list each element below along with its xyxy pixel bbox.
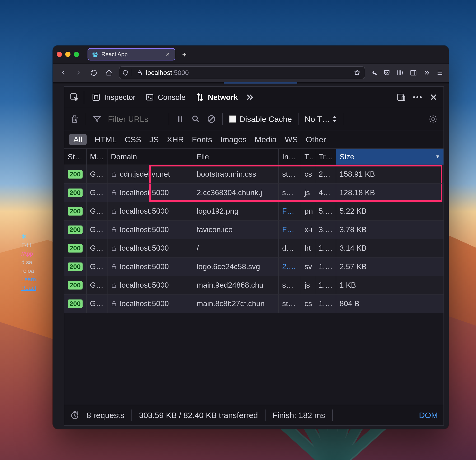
cell-domain: localhost:5000 xyxy=(108,239,193,257)
close-devtools-icon[interactable] xyxy=(429,92,438,102)
cell-method: G… xyxy=(87,295,108,313)
filter-css[interactable]: CSS xyxy=(125,135,141,144)
svg-rect-4 xyxy=(138,73,141,75)
table-row[interactable]: 200G…localhost:5000favicon.icoF…x-i3.…3.… xyxy=(64,221,443,239)
cell-initiator: st… xyxy=(279,295,301,313)
tab-close-icon[interactable]: × xyxy=(166,50,170,58)
col-size[interactable]: Size▼ xyxy=(336,149,443,164)
minimize-window-button[interactable] xyxy=(65,52,70,57)
svg-rect-15 xyxy=(178,116,180,122)
table-row[interactable]: 200G…localhost:5000main.9ed24868.chus…js… xyxy=(64,276,443,295)
bookmark-star-icon[interactable] xyxy=(354,69,360,76)
col-transferred[interactable]: Tr… xyxy=(315,149,336,164)
new-tab-button[interactable]: ＋ xyxy=(179,49,190,60)
filter-js[interactable]: JS xyxy=(149,135,159,144)
col-initiator[interactable]: In… xyxy=(279,149,301,164)
element-picker-icon[interactable] xyxy=(69,92,79,102)
cell-type: cs xyxy=(301,165,315,183)
table-row[interactable]: 200G…localhost:5000/d…ht1.…3.14 KB xyxy=(64,239,443,257)
loading-strip xyxy=(53,82,449,83)
search-icon[interactable] xyxy=(191,114,201,124)
table-body[interactable]: 200G…cdn.jsdelivr.netbootstrap.min.cssst… xyxy=(64,165,443,405)
devtools-tabs: Inspector Console Network xyxy=(64,87,443,108)
overflow-chevrons-icon[interactable] xyxy=(423,69,430,76)
filter-ws[interactable]: WS xyxy=(285,135,298,144)
wrench-icon[interactable] xyxy=(370,69,377,76)
cell-type: pn xyxy=(301,202,315,220)
library-icon[interactable] xyxy=(397,69,404,76)
cell-transferred: 2… xyxy=(315,165,336,183)
col-domain[interactable]: Domain xyxy=(108,149,193,164)
responsive-mode-icon[interactable] xyxy=(397,92,406,102)
cell-size: 1 KB xyxy=(336,276,443,294)
inspector-icon xyxy=(91,92,101,102)
svg-point-12 xyxy=(413,96,415,98)
tabs-overflow-icon[interactable] xyxy=(245,92,254,102)
urlbar-separator xyxy=(132,69,132,76)
checkbox-icon[interactable] xyxy=(229,115,236,123)
sidebar-icon[interactable] xyxy=(410,69,417,76)
home-button[interactable] xyxy=(104,68,114,78)
maximize-window-button[interactable] xyxy=(74,52,79,57)
pocket-icon[interactable] xyxy=(383,69,390,76)
cell-transferred: 1.… xyxy=(315,257,336,276)
cell-type: cs xyxy=(301,295,315,313)
filter-fonts[interactable]: Fonts xyxy=(192,135,212,144)
forward-button[interactable] xyxy=(73,68,84,78)
filter-urls-input[interactable] xyxy=(108,115,162,124)
close-window-button[interactable] xyxy=(57,52,62,57)
col-type[interactable]: T… xyxy=(301,149,315,164)
kebab-menu-icon[interactable] xyxy=(413,92,422,102)
filter-xhr[interactable]: XHR xyxy=(167,135,184,144)
url-bar[interactable]: localhost:5000 xyxy=(119,66,365,79)
back-button[interactable] xyxy=(58,68,68,78)
network-icon xyxy=(195,92,204,102)
tab-inspector[interactable]: Inspector xyxy=(89,90,138,104)
cell-status: 200 xyxy=(64,239,87,257)
throttling-select[interactable]: No T… xyxy=(305,115,337,124)
tab-network[interactable]: Network xyxy=(193,90,240,104)
block-icon[interactable] xyxy=(207,114,216,124)
svg-point-3 xyxy=(94,54,95,55)
trash-icon[interactable] xyxy=(70,114,79,124)
cell-transferred: 3.… xyxy=(315,221,336,239)
cell-status: 200 xyxy=(64,221,87,239)
svg-rect-21 xyxy=(112,192,116,195)
table-row[interactable]: 200G…localhost:5000logo.6ce24c58.svg2.…s… xyxy=(64,257,443,276)
devtools-toolbar: Disable Cache No T… xyxy=(64,108,443,131)
filter-images[interactable]: Images xyxy=(220,135,247,144)
col-method[interactable]: M… xyxy=(87,149,108,164)
filter-media[interactable]: Media xyxy=(255,135,277,144)
svg-point-19 xyxy=(432,118,434,120)
filter-all[interactable]: All xyxy=(69,134,87,145)
reload-button[interactable] xyxy=(88,68,99,78)
svg-rect-16 xyxy=(181,116,182,122)
menu-button[interactable] xyxy=(436,69,443,76)
select-arrows-icon xyxy=(332,116,337,122)
stopwatch-icon[interactable] xyxy=(70,411,79,420)
filter-other[interactable]: Other xyxy=(306,135,326,144)
svg-rect-24 xyxy=(112,248,116,250)
cell-type: js xyxy=(301,183,315,202)
filter-html[interactable]: HTML xyxy=(95,135,117,144)
lock-icon[interactable] xyxy=(137,70,143,76)
lock-icon xyxy=(111,208,117,214)
filter-icon[interactable] xyxy=(92,114,102,124)
tab-title: React App xyxy=(101,51,128,58)
gear-icon[interactable] xyxy=(428,114,438,124)
pause-icon[interactable] xyxy=(175,114,185,124)
domcontentloaded-link[interactable]: DOM xyxy=(419,411,438,420)
browser-tab[interactable]: React App × xyxy=(88,48,175,60)
tab-console[interactable]: Console xyxy=(143,90,188,104)
disable-cache-toggle[interactable]: Disable Cache xyxy=(229,115,292,124)
devtools-footer: 8 requests 303.59 KB / 82.40 KB transfer… xyxy=(64,405,443,425)
table-row[interactable]: 200G…localhost:50002.cc368304.chunk.js…j… xyxy=(64,183,443,202)
table-row[interactable]: 200G…localhost:5000logo192.pngF…pn5.…5.2… xyxy=(64,202,443,221)
table-row[interactable]: 200G…cdn.jsdelivr.netbootstrap.min.cssst… xyxy=(64,165,443,183)
cell-status: 200 xyxy=(64,202,87,220)
col-status[interactable]: St… xyxy=(64,149,87,164)
shield-icon[interactable] xyxy=(122,70,128,76)
table-row[interactable]: 200G…localhost:5000main.8c8b27cf.chunst…… xyxy=(64,295,443,313)
col-file[interactable]: File xyxy=(193,149,279,164)
devtools-panel: Inspector Console Network xyxy=(64,86,444,426)
